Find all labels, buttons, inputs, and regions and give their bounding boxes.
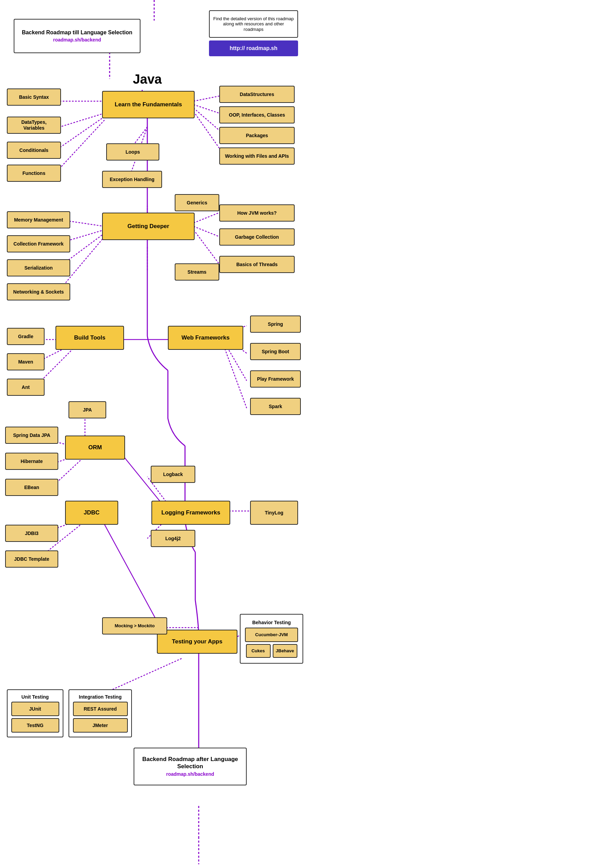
- header-link[interactable]: roadmap.sh/backend: [53, 37, 101, 43]
- orm-box: ORM: [65, 435, 125, 460]
- svg-line-27: [193, 230, 219, 264]
- spring-boot-box: Spring Boot: [250, 343, 301, 360]
- threads-box: Basics of Threads: [219, 256, 295, 273]
- jbehave-box: JBehave: [273, 644, 297, 658]
- url-label: http:// roadmap.sh: [229, 45, 278, 52]
- loops-box: Loops: [106, 143, 159, 161]
- datastructures-box: DataStructures: [219, 86, 295, 103]
- ant-box: Ant: [7, 378, 44, 396]
- cucumber-box: Cucumber-JVM: [245, 627, 298, 642]
- play-framework-box: Play Framework: [250, 370, 301, 388]
- svg-line-15: [193, 96, 219, 101]
- networking-box: Networking & Sockets: [7, 283, 70, 300]
- collection-framework-box: Collection Framework: [7, 235, 70, 252]
- jpa-box: JPA: [69, 401, 106, 418]
- svg-line-17: [193, 108, 219, 130]
- jdbc-template-box: JDBC Template: [5, 550, 58, 567]
- logging-frameworks-box: Logging Frameworks: [151, 501, 230, 525]
- spring-data-jpa-box: Spring Data JPA: [5, 427, 58, 444]
- oop-box: OOP, Interfaces, Classes: [219, 106, 295, 123]
- logback-box: Logback: [151, 466, 195, 483]
- svg-line-37: [223, 343, 247, 408]
- basic-syntax-box: Basic Syntax: [7, 88, 61, 106]
- behavior-testing-label: Behavior Testing: [252, 620, 291, 626]
- garbage-collection-box: Garbage Collection: [219, 229, 295, 246]
- footer-title: Backend Roadmap after Language Selection: [139, 756, 241, 770]
- info-box: Find the detailed version of this roadma…: [209, 10, 298, 38]
- page: Backend Roadmap till Language Selection …: [0, 0, 308, 867]
- getting-deeper-box: Getting Deeper: [102, 213, 195, 240]
- url-button[interactable]: http:// roadmap.sh: [209, 41, 298, 56]
- streams-box: Streams: [175, 263, 219, 281]
- testng-box: TestNG: [11, 718, 59, 733]
- svg-line-18: [193, 112, 219, 148]
- svg-line-12: [60, 113, 104, 127]
- tinylog-box: TinyLog: [250, 501, 298, 525]
- cukes-box: Cukes: [246, 644, 271, 658]
- svg-line-25: [193, 213, 219, 223]
- header-roadmap-box: Backend Roadmap till Language Selection …: [14, 19, 140, 53]
- ebean-box: EBean: [5, 479, 58, 496]
- datatypes-box: DataTypes, Variables: [7, 117, 61, 134]
- functions-box: Functions: [7, 165, 61, 182]
- build-tools-box: Build Tools: [55, 326, 124, 350]
- svg-line-26: [193, 226, 219, 236]
- behavior-testing-group: Behavior Testing Cucumber-JVM Cukes JBeh…: [240, 614, 303, 664]
- svg-line-14: [60, 120, 104, 168]
- hibernate-box: Hibernate: [5, 453, 58, 470]
- maven-box: Maven: [7, 353, 44, 370]
- svg-line-13: [60, 117, 104, 147]
- jdbc-box: JDBC: [65, 501, 118, 525]
- svg-line-16: [193, 105, 219, 113]
- memory-management-box: Memory Management: [7, 211, 70, 229]
- jvm-works-box: How JVM works?: [219, 204, 295, 222]
- rest-assured-box: REST Assured: [73, 702, 128, 716]
- jdbi3-box: JDBI3: [5, 525, 58, 542]
- footer-link[interactable]: roadmap.sh/backend: [166, 771, 214, 777]
- files-apis-box: Working with Files and APIs: [219, 147, 295, 165]
- spring-box: Spring: [250, 315, 301, 333]
- packages-box: Packages: [219, 127, 295, 144]
- footer-box: Backend Roadmap after Language Selection…: [134, 748, 247, 785]
- gradle-box: Gradle: [7, 328, 44, 345]
- header-title: Backend Roadmap till Language Selection: [22, 29, 133, 36]
- spark-box: Spark: [250, 398, 301, 415]
- exception-handling-box: Exception Handling: [102, 171, 162, 188]
- log4j2-box: Log4j2: [151, 530, 195, 547]
- testing-box: Testing your Apps: [157, 630, 237, 654]
- unit-testing-group: Unit Testing JUnit TestNG: [7, 689, 63, 737]
- conditionals-box: Conditionals: [7, 142, 61, 159]
- junit-box: JUnit: [11, 702, 59, 716]
- integration-testing-label: Integration Testing: [79, 694, 122, 700]
- integration-testing-group: Integration Testing REST Assured JMeter: [69, 689, 132, 737]
- java-title: Java: [127, 72, 168, 87]
- unit-testing-label: Unit Testing: [22, 694, 49, 700]
- generics-box: Generics: [175, 194, 219, 211]
- serialization-box: Serialization: [7, 259, 70, 276]
- web-frameworks-box: Web Frameworks: [168, 326, 243, 350]
- fundamentals-box: Learn the Fundamentals: [102, 91, 195, 118]
- mocking-box: Mocking > Mockito: [102, 617, 167, 634]
- jmeter-box: JMeter: [73, 718, 128, 733]
- info-text: Find the detailed version of this roadma…: [213, 16, 294, 32]
